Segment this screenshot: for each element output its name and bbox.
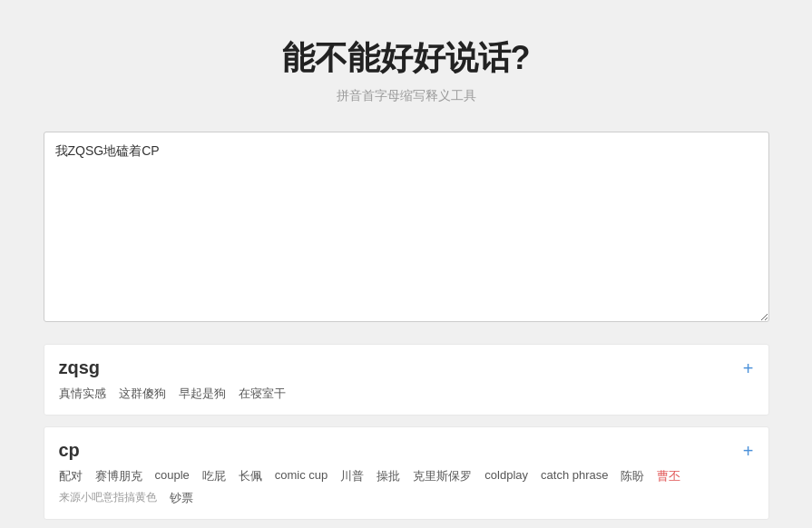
meaning-item: 陈盼 [621,468,644,484]
meaning-item: 长佩 [239,468,262,484]
meaning-item: 来源小吧意指搞黄色 [59,490,157,506]
expand-icon[interactable]: + [743,442,754,460]
input-textarea[interactable] [44,132,769,322]
meaning-item: 真情实感 [59,386,106,402]
abbr-header: zqsg+ [59,357,754,378]
result-section: zqsg+真情实感这群傻狗早起是狗在寝室干cp+配对赛博朋克couple吃屁长佩… [44,344,769,520]
abbr-block: zqsg+真情实感这群傻狗早起是狗在寝室干 [44,344,769,416]
content-area: zqsg+真情实感这群傻狗早起是狗在寝室干cp+配对赛博朋克couple吃屁长佩… [44,132,769,528]
meaning-item: 在寝室干 [239,386,286,402]
meaning-item: 赛博朋克 [95,468,142,484]
meaning-item: 这群傻狗 [119,386,166,402]
abbr-block: cp+配对赛博朋克couple吃屁长佩comic cup川普操批克里斯保罗col… [44,426,769,520]
expand-icon[interactable]: + [743,359,754,377]
abbr-key: cp [59,440,80,461]
meaning-item: 曹丕 [657,468,680,484]
meaning-item: catch phrase [541,468,608,484]
meaning-item: 钞票 [170,490,193,506]
meaning-item: 配对 [59,468,83,484]
abbr-header: cp+ [59,440,754,461]
meaning-item: 吃屁 [202,468,226,484]
main-title: 能不能好好说话? [282,36,531,81]
abbr-meanings: 真情实感这群傻狗早起是狗在寝室干 [59,386,754,402]
meaning-item: comic cup [275,468,328,484]
meaning-item: 早起是狗 [179,386,226,402]
meaning-item: 操批 [377,468,400,484]
abbr-key: zqsg [59,357,101,378]
meaning-item: coldplay [484,468,528,484]
abbr-meanings: 配对赛博朋克couple吃屁长佩comic cup川普操批克里斯保罗coldpl… [59,468,754,506]
subtitle: 拼音首字母缩写释义工具 [282,88,531,104]
meaning-item: 川普 [340,468,364,484]
header-section: 能不能好好说话? 拼音首字母缩写释义工具 [282,36,531,104]
meaning-item: couple [155,468,190,484]
meaning-item: 克里斯保罗 [413,468,472,484]
